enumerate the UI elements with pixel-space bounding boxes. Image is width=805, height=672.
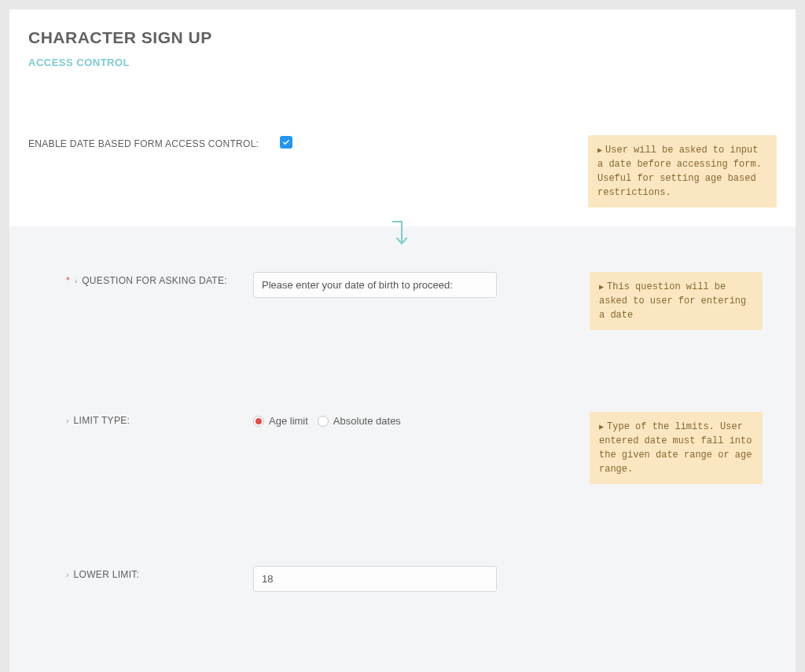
lower-limit-label-text: LOWER LIMIT: [74, 569, 140, 580]
caret-icon: ▶ [599, 423, 604, 431]
required-indicator: * [66, 275, 70, 286]
radio-age-label: Age limit [269, 415, 308, 427]
upper-limit-row: › UPPER LIMIT: [42, 611, 763, 672]
limit-type-input-cell: Age limit Absolute dates [253, 412, 497, 427]
chevron-icon: › [66, 416, 69, 425]
limit-type-label-text: LIMIT TYPE: [74, 415, 130, 426]
limit-type-help-box: ▶Type of the limits. User entered date m… [590, 412, 763, 484]
radio-age [253, 416, 264, 427]
question-input[interactable] [253, 272, 497, 298]
main-container: CHARACTER SIGN UP ACCESS CONTROL ENABLE … [9, 9, 796, 663]
lower-limit-row: › LOWER LIMIT: [42, 503, 763, 611]
caret-icon: ▶ [597, 146, 602, 155]
chevron-icon: › [75, 276, 78, 285]
lower-limit-input-cell [253, 566, 497, 592]
radio-absolute-label: Absolute dates [333, 415, 401, 427]
page-subtitle: ACCESS CONTROL [28, 57, 777, 68]
question-help-box: ▶This question will be asked to user for… [590, 272, 763, 330]
lower-limit-label: › LOWER LIMIT: [42, 566, 253, 580]
enable-help-col: ▶User will be asked to input a date befo… [531, 135, 777, 207]
limit-type-help-col: ▶Type of the limits. User entered date m… [497, 412, 763, 484]
limit-type-radio-group: Age limit Absolute dates [253, 412, 497, 427]
check-icon [282, 138, 290, 146]
radio-absolute [318, 416, 329, 427]
enable-checkbox[interactable] [280, 136, 292, 149]
chevron-icon: › [66, 570, 69, 579]
enable-access-control-row: ENABLE DATE BASED FORM ACCESS CONTROL: ▶… [28, 135, 777, 207]
radio-option-absolute[interactable]: Absolute dates [318, 415, 401, 427]
question-input-cell [253, 272, 497, 298]
enable-label: ENABLE DATE BASED FORM ACCESS CONTROL: [28, 135, 280, 149]
arrow-decoration [391, 220, 414, 248]
enable-input-cell [280, 135, 531, 149]
question-label: * › QUESTION FOR ASKING DATE: [42, 272, 253, 286]
lower-limit-input[interactable] [253, 566, 497, 592]
limit-type-help-text: Type of the limits. User entered date mu… [599, 421, 752, 475]
enable-help-box: ▶User will be asked to input a date befo… [588, 135, 777, 207]
question-help-col: ▶This question will be asked to user for… [497, 272, 763, 330]
limit-type-label: › LIMIT TYPE: [42, 412, 253, 426]
question-label-text: QUESTION FOR ASKING DATE: [82, 275, 227, 286]
radio-option-age[interactable]: Age limit [253, 415, 308, 427]
page-title: CHARACTER SIGN UP [28, 28, 777, 47]
nested-section: * › QUESTION FOR ASKING DATE: ▶This ques… [9, 226, 796, 672]
limit-type-row: › LIMIT TYPE: Age limit Absolute dates [42, 349, 763, 503]
enable-help-text: User will be asked to input a date befor… [597, 145, 762, 198]
caret-icon: ▶ [599, 283, 604, 292]
question-help-text: This question will be asked to user for … [599, 281, 746, 321]
